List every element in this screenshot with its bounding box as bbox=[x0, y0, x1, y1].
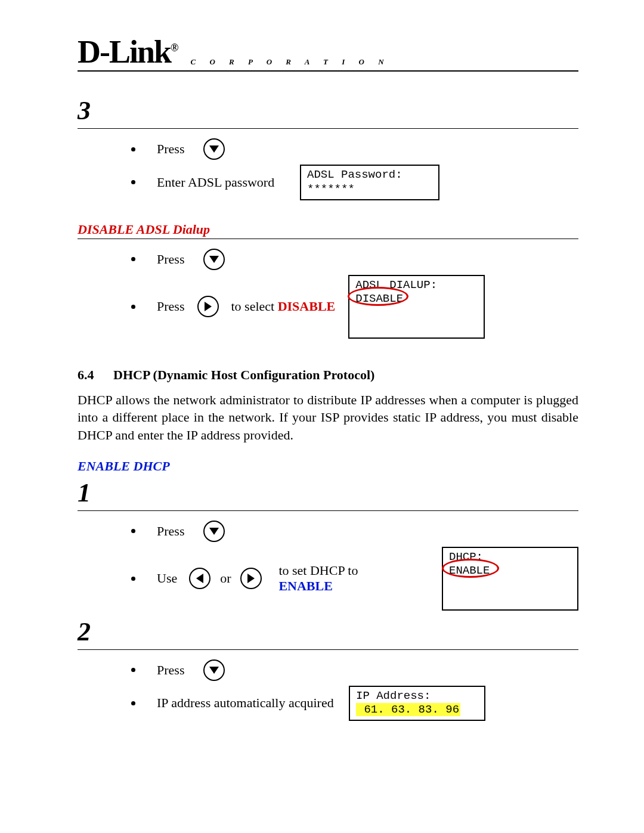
bullet-row: Enter ADSL password ADSL Password: *****… bbox=[131, 165, 578, 200]
to-select-label: to select DISABLE bbox=[231, 299, 335, 314]
rule bbox=[78, 128, 578, 129]
disable-adsl-bullets: Press Press to select DISABLE ADSL DIALU… bbox=[78, 247, 578, 339]
bullet-icon bbox=[131, 577, 135, 581]
registered-mark: ® bbox=[171, 42, 177, 54]
step-number-1: 1 bbox=[78, 478, 578, 508]
bullet-row: Press bbox=[131, 658, 578, 682]
bullet-icon bbox=[131, 529, 135, 533]
enable-dhcp-step2-bullets: Press IP address automatically acquired … bbox=[78, 658, 578, 721]
bullet-row: Press to select DISABLE ADSL DIALUP: DIS… bbox=[131, 275, 578, 339]
lcd-screen-ip-address: IP Address: 61. 63. 83. 96 bbox=[349, 686, 485, 721]
lcd-line-2: ******* bbox=[307, 182, 355, 196]
rule bbox=[78, 649, 578, 650]
to-set-dhcp-label: to set DHCP to ENABLE bbox=[278, 563, 414, 594]
press-label: Press bbox=[157, 141, 184, 157]
brand-corporation: C O R P O R A T I O N bbox=[191, 57, 390, 67]
left-button-icon bbox=[189, 568, 210, 589]
step-number-2: 2 bbox=[78, 617, 578, 647]
bullet-icon bbox=[131, 257, 135, 261]
enter-adsl-password-label: Enter ADSL password bbox=[157, 175, 288, 190]
enable-word: ENABLE bbox=[278, 578, 332, 593]
section-6-4-body: DHCP allows the network administrator to… bbox=[78, 391, 578, 444]
down-button-icon bbox=[203, 659, 225, 681]
use-label: Use bbox=[157, 571, 177, 586]
brand-logo: D-Link® bbox=[78, 36, 178, 68]
rule bbox=[78, 239, 578, 239]
lcd-screen-dhcp: DHCP: ENABLE bbox=[442, 547, 578, 611]
section-6-4-heading: 6.4 DHCP (Dynamic Host Configuration Pro… bbox=[78, 367, 578, 383]
lcd-line-2: DISABLE bbox=[355, 292, 403, 305]
lcd-line-2-highlighted: 61. 63. 83. 96 bbox=[356, 703, 460, 716]
or-label: or bbox=[220, 571, 231, 586]
press-label: Press bbox=[157, 299, 184, 314]
section-title: DHCP (Dynamic Host Configuration Protoco… bbox=[113, 367, 374, 383]
enable-dhcp-step1-bullets: Press Use or to set DHCP to ENABLE DHCP:… bbox=[78, 519, 578, 611]
page: D-Link® C O R P O R A T I O N 3 Press En… bbox=[0, 0, 644, 833]
down-button-icon bbox=[203, 138, 225, 160]
bullet-icon bbox=[131, 305, 135, 309]
disable-word: DISABLE bbox=[278, 299, 336, 314]
bullet-row: Press bbox=[131, 137, 578, 161]
brand-text: D-Link bbox=[78, 34, 171, 70]
lcd-line-2: ENABLE bbox=[449, 564, 490, 577]
down-button-icon bbox=[203, 249, 225, 270]
bullet-icon bbox=[131, 180, 135, 184]
press-label: Press bbox=[157, 252, 184, 267]
section-number: 6.4 bbox=[78, 367, 113, 383]
subheading-disable-adsl: DISABLE ADSL Dialup bbox=[78, 222, 578, 237]
bullet-row: Use or to set DHCP to ENABLE DHCP: ENABL… bbox=[131, 547, 578, 611]
subheading-enable-dhcp: ENABLE DHCP bbox=[78, 459, 578, 474]
press-label: Press bbox=[157, 524, 184, 539]
lcd-screen-adsl-dialup: ADSL DIALUP: DISABLE bbox=[348, 275, 485, 339]
right-button-icon bbox=[197, 296, 219, 317]
lcd-line-1: IP Address: bbox=[356, 689, 431, 702]
step-number-3: 3 bbox=[78, 95, 578, 126]
lcd-screen-adsl-password: ADSL Password: ******* bbox=[300, 165, 439, 200]
bullet-row: Press bbox=[131, 247, 578, 271]
right-button-icon bbox=[240, 568, 262, 589]
lcd-line-1: ADSL Password: bbox=[307, 168, 402, 181]
header: D-Link® C O R P O R A T I O N bbox=[78, 36, 578, 72]
rule bbox=[78, 510, 578, 511]
bullet-icon bbox=[131, 147, 135, 151]
lcd-line-1: ADSL DIALUP: bbox=[355, 278, 437, 292]
lcd-line-1: DHCP: bbox=[449, 550, 483, 563]
down-button-icon bbox=[203, 521, 225, 542]
press-label: Press bbox=[157, 662, 184, 678]
bullet-icon bbox=[131, 701, 135, 705]
ip-auto-label: IP address automatically acquired bbox=[157, 695, 354, 711]
bullet-row: IP address automatically acquired IP Add… bbox=[131, 686, 578, 721]
bullet-row: Press bbox=[131, 519, 578, 543]
bullet-icon bbox=[131, 668, 135, 672]
step3-bullets: Press Enter ADSL password ADSL Password:… bbox=[78, 137, 578, 200]
